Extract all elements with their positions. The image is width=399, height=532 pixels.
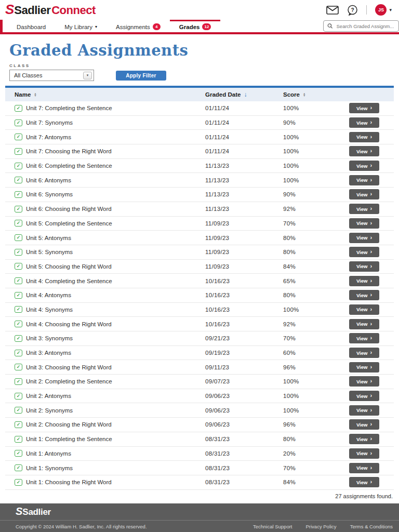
view-button[interactable]: View › [349, 348, 379, 358]
view-button[interactable]: View › [349, 233, 379, 243]
row-icon-cell: ✓ [5, 163, 26, 169]
assignment-name: Unit 5: Choosing the Right Word [26, 263, 200, 270]
nav-item-my-library[interactable]: My Library ▾ [55, 20, 107, 32]
row-icon-cell: ✓ [5, 277, 26, 284]
view-button-label: View [356, 278, 367, 284]
table-row: ✓ Unit 1: Synonyms 08/31/23 70% View › [5, 461, 394, 475]
view-button[interactable]: View › [349, 103, 379, 113]
chevron-right-icon: › [370, 148, 372, 154]
envelope-icon [326, 6, 339, 15]
assignment-check-icon: ✓ [15, 134, 22, 140]
view-button[interactable]: View › [349, 319, 379, 329]
view-button[interactable]: View › [349, 175, 379, 185]
search-input[interactable] [336, 23, 395, 30]
view-button[interactable]: View › [349, 376, 379, 387]
column-header-score[interactable]: Score ▲ ▼ [278, 91, 349, 98]
view-button-label: View [356, 263, 367, 269]
sort-icon[interactable]: ▲ ▼ [303, 92, 305, 97]
view-cell: View › [349, 276, 394, 286]
view-button[interactable]: View › [349, 204, 379, 214]
view-button[interactable]: View › [349, 448, 379, 459]
avatar: JS [375, 4, 387, 16]
messages-button[interactable] [326, 6, 339, 15]
table-header-row: Name ▲ ▼ Graded Date ↓ Score ▲ ▼ [5, 88, 394, 101]
view-button-label: View [356, 350, 367, 356]
score: 92% [278, 321, 349, 327]
technical-support-link[interactable]: Technical Support [253, 524, 292, 529]
view-button[interactable]: View › [349, 391, 379, 401]
view-button[interactable]: View › [349, 117, 379, 128]
view-cell: View › [349, 319, 394, 329]
row-icon-cell: ✓ [5, 321, 26, 327]
sort-descending-icon[interactable]: ↓ [244, 91, 247, 98]
sadlier-connect-logo[interactable]: S Sadlier Connect [5, 3, 96, 17]
view-cell: View › [349, 161, 394, 171]
row-icon-cell: ✓ [5, 292, 26, 299]
view-button[interactable]: View › [349, 218, 379, 229]
row-icon-cell: ✓ [5, 105, 26, 112]
score: 70% [278, 465, 349, 471]
view-button[interactable]: View › [349, 405, 379, 416]
chevron-right-icon: › [370, 393, 372, 398]
privacy-policy-link[interactable]: Privacy Policy [306, 524, 337, 529]
view-button[interactable]: View › [349, 161, 379, 171]
help-button[interactable]: ? [347, 5, 358, 16]
graded-date: 09/11/23 [200, 364, 278, 370]
view-button[interactable]: View › [349, 333, 379, 343]
assignment-name: Unit 3: Choosing the Right Word [26, 364, 200, 370]
user-menu[interactable]: JS ▾ [375, 4, 392, 16]
chevron-right-icon: › [370, 321, 372, 327]
score: 65% [278, 278, 349, 284]
graded-date: 09/07/23 [200, 378, 278, 384]
view-button-label: View [356, 249, 367, 255]
graded-date: 11/09/23 [200, 235, 278, 241]
view-button[interactable]: View › [349, 434, 379, 444]
view-button[interactable]: View › [349, 419, 379, 430]
score: 100% [278, 163, 349, 169]
column-header-name[interactable]: Name ▲ ▼ [5, 91, 200, 98]
nav-red-edge [0, 20, 3, 34]
table-row: ✓ Unit 1: Completing the Sentence 08/31/… [5, 432, 394, 447]
nav-item-assignments[interactable]: Assignments 4 [107, 20, 170, 32]
assignment-name: Unit 2: Antonyms [26, 393, 200, 399]
chevron-right-icon: › [370, 249, 372, 255]
score: 70% [278, 335, 349, 341]
graded-date: 01/11/24 [200, 105, 278, 111]
view-button[interactable]: View › [349, 304, 379, 315]
view-button[interactable]: View › [349, 276, 379, 286]
view-button[interactable]: View › [349, 247, 379, 257]
view-button-label: View [356, 149, 367, 154]
view-button[interactable]: View › [349, 146, 379, 156]
sadlier-footer-logo[interactable]: S Sadlier [16, 506, 51, 517]
apply-filter-button[interactable]: Apply Filter [116, 71, 166, 81]
view-button[interactable]: View › [349, 362, 379, 373]
nav-label: My Library [64, 24, 92, 30]
view-cell: View › [349, 290, 394, 300]
assignment-check-icon: ✓ [15, 350, 22, 356]
score: 100% [278, 105, 349, 111]
search-box [323, 20, 399, 32]
column-header-graded-date[interactable]: Graded Date ↓ [200, 91, 278, 98]
assignment-name: Unit 2: Choosing the Right Word [26, 421, 200, 428]
sort-icon[interactable]: ▲ ▼ [34, 92, 36, 97]
select-dropdown-button[interactable]: ▾ [83, 72, 92, 79]
assignment-check-icon: ✓ [15, 393, 22, 400]
score: 80% [278, 249, 349, 255]
view-button[interactable]: View › [349, 477, 379, 487]
nav-item-grades[interactable]: Grades 12 [170, 20, 221, 32]
table-row: ✓ Unit 7: Synonyms 01/11/24 90% View › [5, 116, 394, 130]
row-icon-cell: ✓ [5, 464, 26, 471]
class-select[interactable]: All Classes ▾ [9, 70, 94, 81]
footer-bottom-row: Copyright © 2024 William H. Sadlier, Inc… [0, 521, 399, 529]
nav-item-dashboard[interactable]: Dashboard [7, 20, 55, 32]
assignment-check-icon: ✓ [15, 234, 22, 241]
view-button[interactable]: View › [349, 261, 379, 272]
view-button[interactable]: View › [349, 132, 379, 142]
sort-down-icon: ▼ [303, 95, 305, 97]
view-button[interactable]: View › [349, 463, 379, 473]
view-button[interactable]: View › [349, 290, 379, 300]
terms-conditions-link[interactable]: Terms & Conditions [350, 524, 393, 529]
view-button[interactable]: View › [349, 189, 379, 200]
chevron-right-icon: › [370, 206, 372, 211]
table-row: ✓ Unit 5: Completing the Sentence 11/09/… [5, 217, 394, 231]
